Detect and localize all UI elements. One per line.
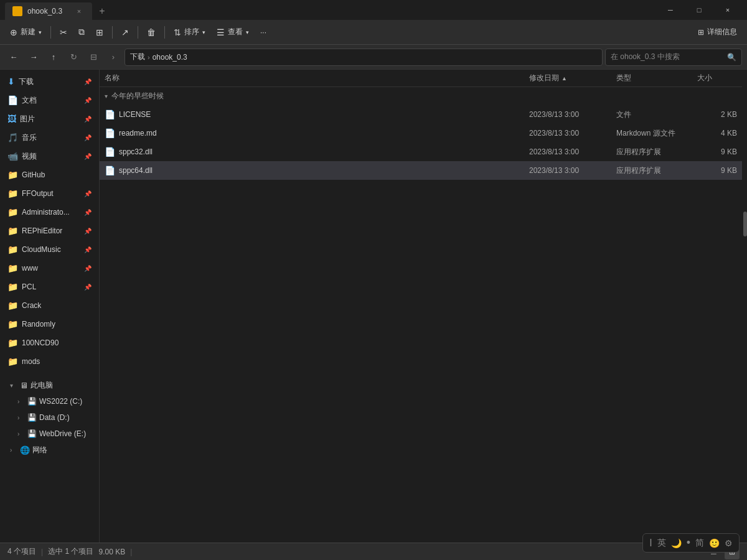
breadcrumb[interactable]: 下载 › ohook_0.3	[125, 49, 603, 66]
more-button[interactable]: ···	[255, 26, 271, 39]
pin-icon-pics: 📌	[84, 116, 92, 123]
sidebar-label-ffoutput: FFOutput	[22, 189, 80, 198]
network-icon: 🌐	[20, 446, 30, 455]
sidebar-item-mods[interactable]: 📁 mods	[2, 353, 96, 370]
sort-button[interactable]: ⇅ 排序 ▾	[169, 24, 210, 40]
sidebar-item-music[interactable]: 🎵 音乐 📌	[2, 129, 96, 146]
file-row-license[interactable]: 📄 LICENSE 2023/8/13 3:00 文件 2 KB	[100, 105, 742, 124]
new-tab-button[interactable]: +	[92, 2, 112, 20]
sidebar-item-www[interactable]: 📁 www 📌	[2, 259, 96, 277]
sidebar-item-network[interactable]: › 🌐 网络	[0, 442, 99, 458]
status-selected: 选中 1 个项目	[48, 546, 93, 557]
sidebar-item-cloudmusic[interactable]: 📁 CloudMusic 📌	[2, 241, 96, 258]
sidebar-item-data-d[interactable]: › 💾 Data (D:)	[0, 409, 99, 426]
active-tab[interactable]: ohook_0.3 ×	[5, 2, 92, 20]
up-button[interactable]: ↑	[45, 49, 62, 66]
sppc32-file-icon: 📄	[105, 147, 115, 157]
col-header-size[interactable]: 大小	[692, 70, 742, 86]
back-button[interactable]: ←	[5, 49, 22, 66]
close-button[interactable]: ×	[713, 0, 742, 20]
sidebar-item-download[interactable]: ⬇ 下载 📌	[2, 73, 96, 90]
sidebar-item-ffoutput[interactable]: 📁 FFOutput 📌	[2, 185, 96, 202]
copy-button[interactable]: ⧉	[73, 24, 90, 40]
file-date-sppc32: 2023/8/13 3:00	[524, 146, 611, 157]
sidebar-label-cloudmusic: CloudMusic	[22, 245, 80, 254]
sidebar-item-this-pc[interactable]: ▾ 🖥 此电脑	[0, 377, 99, 393]
search-icon: 🔍	[727, 53, 736, 62]
file-type-license: 文件	[611, 108, 692, 121]
sidebar-label-webdrive-e: WebDrive (E:)	[39, 429, 94, 438]
sidebar-label-rephieditor: REPhiEditor	[22, 226, 80, 235]
file-row-sppc64[interactable]: 📄 sppc64.dll 2023/8/13 3:00 应用程序扩展 9 KB	[100, 161, 742, 180]
sidebar: ⬇ 下载 📌 📄 文档 📌 🖼 图片 📌 🎵 音乐 📌 📹 视频 📌 📁 Git…	[0, 70, 100, 543]
scrollbar-thumb[interactable]	[743, 212, 747, 236]
sidebar-item-randomly[interactable]: 📁 Randomly	[2, 315, 96, 333]
cut-button[interactable]: ✂	[55, 25, 72, 40]
maximize-button[interactable]: □	[685, 0, 713, 20]
lang-en-indicator[interactable]: 英	[657, 538, 666, 549]
moon-icon[interactable]: 🌙	[671, 538, 682, 548]
sidebar-item-github[interactable]: 📁 GitHub	[2, 166, 96, 184]
column-headers: 名称 修改日期 ▲ 类型 大小	[100, 70, 742, 87]
details-button[interactable]: ⊞ 详细信息	[693, 24, 742, 40]
tab-folder-icon	[12, 6, 22, 16]
cloudmusic-folder-icon: 📁	[7, 245, 18, 254]
forward-button[interactable]: →	[25, 49, 42, 66]
sidebar-item-pics[interactable]: 🖼 图片 📌	[2, 110, 96, 128]
file-size-sppc32: 9 KB	[692, 146, 742, 157]
nav-right-button[interactable]: ›	[105, 49, 122, 66]
search-box[interactable]: 在 ohook_0.3 中搜索 🔍	[605, 49, 742, 66]
file-row-sppc32[interactable]: 📄 sppc32.dll 2023/8/13 3:00 应用程序扩展 9 KB	[100, 142, 742, 161]
main-area: ⬇ 下载 📌 📄 文档 📌 🖼 图片 📌 🎵 音乐 📌 📹 视频 📌 📁 Git…	[0, 70, 747, 543]
sidebar-item-docs[interactable]: 📄 文档 📌	[2, 91, 96, 109]
file-row-readme[interactable]: 📄 readme.md 2023/8/13 3:00 Markdown 源文件 …	[100, 124, 742, 142]
tab-close-button[interactable]: ×	[73, 6, 85, 17]
settings-icon[interactable]: ⚙	[725, 538, 733, 548]
pin-icon-www: 📌	[84, 265, 92, 272]
pin-icon-music: 📌	[84, 134, 92, 141]
sidebar-item-rephieditor[interactable]: 📁 REPhiEditor 📌	[2, 222, 96, 240]
paste-button[interactable]: ⊞	[91, 25, 108, 40]
sidebar-item-crack[interactable]: 📁 Crack	[2, 297, 96, 314]
col-date-label: 修改日期	[529, 73, 559, 83]
view-dropdown-icon: ▾	[246, 29, 249, 35]
network-expand-icon: ›	[10, 447, 17, 454]
minimize-button[interactable]: ─	[656, 0, 685, 20]
status-size: 9.00 KB	[98, 548, 125, 556]
share-button[interactable]: ↗	[116, 25, 134, 40]
sidebar-item-webdrive-e[interactable]: › 💾 WebDrive (E:)	[0, 426, 99, 442]
col-header-date[interactable]: 修改日期 ▲	[524, 70, 611, 86]
sidebar-item-admin[interactable]: 📁 Administrato... 📌	[2, 203, 96, 221]
window-controls: ─ □ ×	[656, 0, 742, 20]
sidebar-item-pcl[interactable]: 📁 PCL 📌	[2, 278, 96, 296]
refresh-button[interactable]: ↻	[65, 49, 82, 66]
sppc32-name: sppc32.dll	[119, 147, 153, 156]
view-button[interactable]: ☰ 查看 ▾	[212, 24, 254, 40]
col-header-type[interactable]: 类型	[611, 70, 692, 86]
delete-icon: 🗑	[147, 27, 156, 37]
new-button[interactable]: ⊕ 新建 ▾	[5, 24, 47, 40]
expand-button[interactable]: ⊟	[85, 49, 102, 66]
view-label: 查看	[228, 27, 243, 37]
sidebar-label-ws2022: WS2022 (C:)	[39, 397, 94, 406]
emoji-icon[interactable]: 🙂	[709, 538, 720, 548]
col-size-label: 大小	[697, 73, 712, 83]
address-bar: ← → ↑ ↻ ⊟ › 下载 › ohook_0.3 在 ohook_0.3 中…	[0, 45, 747, 70]
pin-icon: 📌	[84, 78, 92, 85]
sidebar-item-100ncd90[interactable]: 📁 100NCD90	[2, 334, 96, 352]
delete-button[interactable]: 🗑	[142, 25, 161, 40]
sidebar-item-video[interactable]: 📹 视频 📌	[2, 147, 96, 165]
sidebar-label-randomly: Randomly	[22, 320, 92, 329]
file-date-readme: 2023/8/13 3:00	[524, 128, 611, 139]
scrollbar[interactable]	[742, 70, 747, 543]
lang-cn-indicator[interactable]: 简	[695, 538, 704, 549]
data-d-expand-icon: ›	[17, 414, 25, 421]
sidebar-label-crack: Crack	[22, 301, 92, 310]
col-type-label: 类型	[616, 73, 631, 83]
toolbar-separator-4	[164, 26, 165, 39]
crack-folder-icon: 📁	[7, 301, 18, 310]
sidebar-item-ws2022[interactable]: › 💾 WS2022 (C:)	[0, 393, 99, 409]
cut-icon: ✂	[60, 27, 67, 37]
new-dropdown-icon: ▾	[39, 29, 42, 35]
col-header-name[interactable]: 名称	[100, 70, 524, 86]
